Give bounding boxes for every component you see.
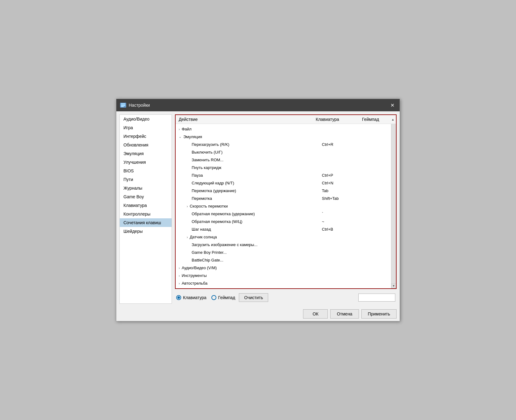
row-action-cell[interactable]: ›Файл [176,126,319,132]
table-row[interactable]: Загрузить изображение с камеры... [176,241,396,249]
table-row[interactable]: Следующий кадр (N/T)Ctrl+N [176,179,396,187]
sidebar-item-gameboy[interactable]: Game Boy [120,192,172,201]
shortcut-input[interactable] [358,294,395,302]
row-action-cell: Перемотка [176,196,319,201]
row-keyboard-cell: ` [319,211,365,217]
row-action-cell: Обратная перемотка (удержание) [176,211,319,217]
close-button[interactable]: ✕ [389,101,396,109]
main-panel: Действие Клавиатура Геймпад ▲ ›Файл⌄Эмул… [175,114,397,304]
table-row[interactable]: ПеремоткаShift+Tab [176,195,396,202]
table-row[interactable]: Обратная перемотка (W/Ц)~ [176,218,396,225]
row-action-cell[interactable]: ›Скорость перемотки [176,203,319,209]
row-label: Game Boy Printer... [192,250,227,255]
sidebar-item-paths[interactable]: Пути [120,175,172,184]
table-row[interactable]: ›Скорость перемотки [176,202,396,210]
sidebar-item-enhancements[interactable]: Улучшения [120,158,172,167]
row-label: Скорость перемотки [190,204,228,208]
clear-button[interactable]: Очистить [239,293,268,302]
column-keyboard: Клавиатура [313,115,359,124]
row-action-cell[interactable]: ›Инструменты [176,273,319,278]
table-row[interactable]: BattleChip Gate... [176,256,396,264]
row-keyboard-cell: Ctrl+P [319,172,365,178]
row-label: Автострельба [182,281,208,286]
row-action-cell: Перемотка (удержание) [176,188,319,194]
sidebar-item-hotkeys[interactable]: Сочетания клавиш [120,218,172,227]
row-keyboard-cell [319,149,365,155]
keyboard-radio-label[interactable]: Клавиатура [176,295,206,300]
table-row[interactable]: Обратная перемотка (удержание)` [176,210,396,218]
row-keyboard-cell [319,273,365,278]
column-action: Действие [176,115,313,124]
sidebar-item-game[interactable]: Игра [120,123,172,132]
table-row[interactable]: Выключить (U/Г) [176,148,396,156]
table-row[interactable]: Шаг назадCtrl+B [176,225,396,233]
sidebar-item-bios[interactable]: BIOS [120,167,172,175]
row-label: Перемотка [192,196,212,201]
sidebar-item-controllers[interactable]: Контроллеры [120,210,172,218]
gamepad-radio[interactable] [211,295,216,300]
svg-rect-0 [121,103,125,105]
row-action-cell: BattleChip Gate... [176,257,319,263]
table-row[interactable]: ›Инструменты [176,272,396,279]
window-title: Настройки [129,103,150,108]
row-label: Перемотка (удержание) [192,188,236,193]
table-row[interactable]: ⌄Эмуляция [176,133,396,141]
sidebar-item-audio-video[interactable]: Аудио/Видео [120,115,172,123]
row-label: Шаг назад [192,227,211,232]
row-label: BattleChip Gate... [192,258,223,262]
row-keyboard-cell: Tab [319,188,365,194]
scroll-up-btn[interactable]: ▲ [390,115,396,124]
table-row[interactable]: Перезагрузить (R/K)Ctrl+R [176,141,396,148]
sidebar: Аудио/ВидеоИграИнтерфейсОбновленияЭмуляц… [119,114,172,304]
app-icon [120,103,126,108]
sidebar-item-updates[interactable]: Обновления [120,141,172,149]
column-gamepad: Геймпад [359,115,390,124]
table-row[interactable]: ›Датчик солнца [176,233,396,241]
row-label: Обратная перемотка (W/Ц) [192,219,242,224]
table-row[interactable]: ›Аудио/Видео (V/M) [176,264,396,272]
scroll-down-arrow[interactable]: ▼ [391,283,396,288]
row-action-cell: Шаг назад [176,226,319,232]
table-row[interactable]: ПаузаCtrl+P [176,171,396,179]
sidebar-item-journals[interactable]: Журналы [120,184,172,192]
keyboard-radio[interactable] [176,295,181,300]
row-keyboard-cell: ~ [319,219,365,224]
row-action-cell[interactable]: ⌄Эмуляция [176,134,319,140]
sidebar-item-interface[interactable]: Интерфейс [120,132,172,141]
row-action-cell[interactable]: ›Датчик солнца [176,234,319,240]
footer: ОК Отмена Применить [116,307,400,321]
row-label: Выключить (U/Г) [192,150,223,154]
titlebar-left: Настройки [120,103,150,108]
row-label: Инструменты [182,273,207,278]
row-keyboard-cell [319,134,365,140]
row-keyboard-cell [319,257,365,263]
table-row[interactable]: ›Файл [176,125,396,133]
table-row[interactable]: ›Автострельба [176,279,396,287]
table-row[interactable]: Пнуть картридж [176,164,396,171]
row-action-cell[interactable]: ›Автострельба [176,280,319,286]
scroll-track[interactable] [391,120,396,283]
row-label: Следующий кадр (N/T) [192,181,234,185]
row-label: Обратная перемотка (удержание) [192,212,255,216]
table-row[interactable]: Перемотка (удержание)Tab [176,187,396,195]
table-row[interactable]: Заменить ROM... [176,156,396,164]
table-row[interactable]: Game Boy Printer... [176,249,396,256]
row-keyboard-cell [319,265,365,271]
cancel-button[interactable]: Отмена [330,309,359,319]
row-keyboard-cell [319,249,365,255]
row-action-cell: Пауза [176,172,319,178]
row-label: Пнуть картридж [192,165,221,170]
scrollbar[interactable]: ▲ ▼ [391,115,396,288]
sidebar-item-keyboard[interactable]: Клавиатура [120,201,172,210]
row-action-cell[interactable]: ›Аудио/Видео (V/M) [176,265,319,271]
sidebar-item-shaders[interactable]: Шейдеры [120,227,172,236]
apply-button[interactable]: Применить [361,309,397,319]
ok-button[interactable]: ОК [303,309,328,319]
gamepad-radio-label[interactable]: Геймпад [211,295,235,300]
row-action-cell: Заменить ROM... [176,157,319,163]
svg-rect-1 [121,105,125,106]
sidebar-item-emulation[interactable]: Эмуляция [120,149,172,158]
row-action-cell: Загрузить изображение с камеры... [176,242,319,248]
row-label: Аудио/Видео (V/M) [182,266,217,270]
keyboard-radio-text: Клавиатура [183,295,206,300]
